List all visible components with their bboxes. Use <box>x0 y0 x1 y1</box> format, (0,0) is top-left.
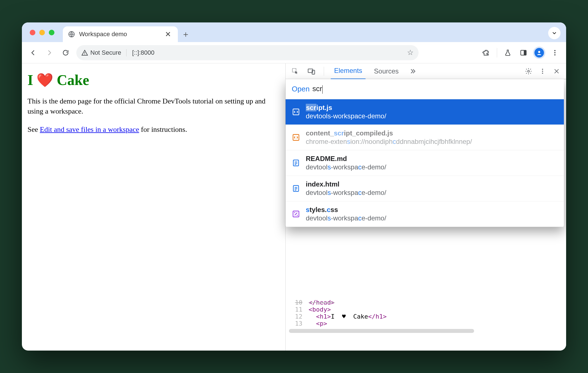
line-number: 10 <box>290 299 302 306</box>
file-type-icon <box>292 184 300 193</box>
tabs-dropdown-button[interactable] <box>548 27 561 39</box>
side-panel-button[interactable] <box>516 45 531 60</box>
window-controls <box>30 30 54 35</box>
result-filename: index.html <box>306 180 386 188</box>
quick-open-result[interactable]: script.js devtools-workspace-demo/ <box>286 99 564 125</box>
line-number: 11 <box>290 306 302 313</box>
minimize-window-button[interactable] <box>39 30 45 35</box>
bookmark-button[interactable]: ☆ <box>407 48 414 57</box>
svg-point-16 <box>542 73 543 74</box>
quick-open-result[interactable]: content_script_compiled.js chrome-extens… <box>286 125 564 150</box>
heart-icon: ❤️ <box>36 72 53 88</box>
tab-elements[interactable]: Elements <box>331 63 366 79</box>
globe-icon <box>68 31 75 38</box>
line-text: <body> <box>309 306 331 313</box>
close-window-button[interactable] <box>30 30 35 35</box>
quick-open-dialog: Open scr script.js devtools-workspace-de… <box>286 79 564 227</box>
heading-suffix: Cake <box>57 72 89 88</box>
svg-point-7 <box>554 50 555 51</box>
see-prefix: See <box>27 125 40 133</box>
url-text: [::]:8000 <box>132 49 404 56</box>
reload-button[interactable] <box>58 45 73 60</box>
inspect-element-button[interactable] <box>290 66 301 77</box>
devtools-divider <box>324 67 324 76</box>
quick-open-input-row[interactable]: Open scr <box>286 79 564 99</box>
svg-point-8 <box>554 52 555 53</box>
result-filename: script.js <box>306 104 386 112</box>
code-line: 10</head> <box>286 299 566 306</box>
tab-strip: Workspace demo ✕ ＋ <box>22 22 566 42</box>
browser-tab[interactable]: Workspace demo ✕ <box>63 26 178 42</box>
page-see-line: See Edit and save files in a workspace f… <box>27 125 280 135</box>
forward-button[interactable] <box>42 45 57 60</box>
file-type-icon <box>292 133 300 142</box>
page-viewport: I ❤️ Cake This is the demo page for the … <box>22 63 286 351</box>
svg-rect-17 <box>293 109 299 115</box>
warning-icon <box>81 49 88 56</box>
quick-open-label: Open <box>292 85 310 93</box>
quick-open-results: script.js devtools-workspace-demo/ conte… <box>286 99 564 227</box>
quick-open-query: scr <box>313 84 322 93</box>
devtools-menu-button[interactable] <box>537 66 548 77</box>
svg-point-14 <box>542 69 543 70</box>
text-cursor <box>322 85 323 94</box>
device-toolbar-button[interactable] <box>306 66 317 77</box>
more-tabs-button[interactable] <box>407 66 418 77</box>
content-split: I ❤️ Cake This is the demo page for the … <box>22 63 566 351</box>
browser-toolbar: Not Secure [::]:8000 ☆ <box>22 42 566 63</box>
svg-point-28 <box>294 212 295 213</box>
toolbar-divider <box>497 48 497 57</box>
devtools-panel: Elements Sources Open scr <box>286 63 566 351</box>
svg-point-9 <box>554 54 555 55</box>
result-filename: README.md <box>306 155 386 163</box>
devtools-body: Open scr script.js devtools-workspace-de… <box>286 79 566 351</box>
code-line: 13 <p> <box>286 320 566 327</box>
labs-button[interactable] <box>500 45 515 60</box>
quick-open-input[interactable]: scr <box>313 84 323 93</box>
tutorial-link[interactable]: Edit and save files in a workspace <box>40 125 139 133</box>
devtools-settings-button[interactable] <box>523 66 534 77</box>
result-path: devtools-workspace-demo/ <box>306 163 386 171</box>
file-type-icon <box>292 108 300 116</box>
code-line: 12 <h1>I ♥ Cake</h1> <box>286 313 566 320</box>
svg-point-29 <box>297 215 298 216</box>
tab-sources[interactable]: Sources <box>371 63 402 79</box>
file-type-icon <box>292 210 300 218</box>
horizontal-scrollbar[interactable] <box>286 328 566 334</box>
new-tab-button[interactable]: ＋ <box>178 26 194 42</box>
svg-rect-5 <box>524 50 526 55</box>
fullscreen-window-button[interactable] <box>49 30 54 35</box>
page-heading: I ❤️ Cake <box>27 72 280 88</box>
chrome-menu-button[interactable] <box>548 45 562 60</box>
back-button[interactable] <box>26 45 40 60</box>
line-number: 13 <box>290 320 302 327</box>
quick-open-result[interactable]: styles.css devtools-workspace-demo/ <box>286 201 564 227</box>
quick-open-result[interactable]: README.md devtools-workspace-demo/ <box>286 150 564 176</box>
toolbar-right <box>479 45 562 60</box>
security-chip[interactable]: Not Secure <box>81 49 127 56</box>
svg-point-13 <box>528 70 530 72</box>
result-path: devtools-workspace-demo/ <box>306 112 386 120</box>
tab-title: Workspace demo <box>79 31 127 38</box>
quick-open-result[interactable]: index.html devtools-workspace-demo/ <box>286 176 564 201</box>
svg-point-2 <box>84 54 85 55</box>
line-text: <h1>I ♥ Cake</h1> <box>309 313 387 320</box>
code-line: 11<body> <box>286 306 566 313</box>
file-type-icon <box>292 159 300 167</box>
scrollbar-thumb[interactable] <box>289 329 474 333</box>
address-bar[interactable]: Not Secure [::]:8000 ☆ <box>76 45 419 60</box>
close-tab-button[interactable]: ✕ <box>163 30 173 39</box>
line-number: 12 <box>290 313 302 320</box>
line-text: </head> <box>309 299 335 306</box>
extensions-button[interactable] <box>479 45 493 60</box>
result-filename: content_script_compiled.js <box>306 129 472 137</box>
svg-rect-18 <box>293 135 299 141</box>
devtools-close-button[interactable] <box>551 66 562 77</box>
avatar-icon <box>534 48 544 57</box>
profile-button[interactable] <box>532 45 546 60</box>
result-path: devtools-workspace-demo/ <box>306 214 386 222</box>
see-suffix: for instructions. <box>139 125 187 133</box>
result-path: chrome-extension://noondiphcddnnabmjcihc… <box>306 138 472 146</box>
browser-window: Workspace demo ✕ ＋ Not Secure [::]:8000 … <box>22 22 566 351</box>
page-paragraph: This is the demo page for the official C… <box>27 96 280 117</box>
